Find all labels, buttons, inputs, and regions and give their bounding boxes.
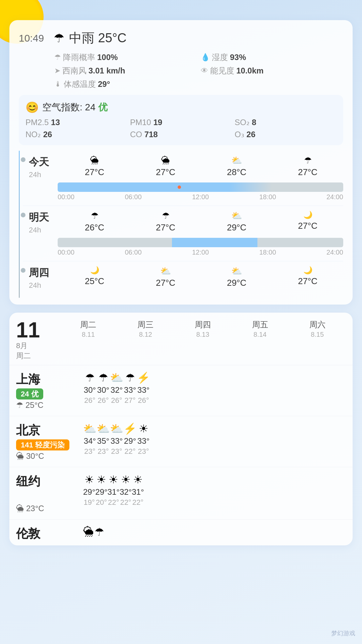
beijing-name: 北京 <box>16 422 80 439</box>
shanghai-current-temp: 25°C <box>25 400 44 410</box>
calendar-header: 11 8月 周二 周二 8.11 周三 8.12 周四 8.13 周五 8.14 <box>9 313 353 365</box>
city-row-london: 伦敦 🌦 ☂ <box>9 520 353 545</box>
cal-col-4: 周六 8.15 <box>289 319 346 361</box>
feel-temp-value: 29° <box>98 79 110 89</box>
newyork-fc-4: ☀ 31° 22° <box>132 473 144 507</box>
beijing-section: 北京 141 轻度污染 🌦 30°C ⛅ 34° 23° ⛅ 35° <box>16 422 346 461</box>
shanghai-fc-0: ☂ 30° 26° <box>83 371 97 405</box>
temp-item: ☂26°C <box>85 211 104 233</box>
shanghai-section: 上海 24 优 ☂ 25°C ☂ 30° 26° ☂ 30° 26 <box>16 371 346 410</box>
shanghai-fc-1: ☂ 30° 26° <box>97 371 110 405</box>
shanghai-current-icon: ☂ <box>16 400 23 410</box>
so2-stat: SO₂ 8 <box>235 118 337 127</box>
air-quality-label: 优 <box>98 102 108 112</box>
weather-details: ☂ 降雨概率 100% 💧 湿度 93% ➤ 西南风 3.01 km/h 👁 能… <box>19 52 343 90</box>
rain-prob-value: 100% <box>97 53 118 62</box>
london-forecast: 🌦 ☂ <box>83 526 137 538</box>
visibility-icon: 👁 <box>201 66 208 75</box>
thursday-dot <box>21 268 25 273</box>
thursday-label: 周四 <box>29 266 56 280</box>
beijing-current: 🌦 30°C <box>16 451 80 461</box>
temp-item: ☂27°C <box>156 211 175 233</box>
newyork-current: 🌦 23°C <box>16 504 80 513</box>
temp-item: 🌦27°C <box>85 155 104 177</box>
newyork-fc-2: ☀ 31° 22° <box>108 473 120 507</box>
weather-desc-text: 中雨 <box>69 31 95 45</box>
air-quality-title: 空气指数: 24 优 <box>42 101 108 114</box>
today-sublabel: 24h <box>29 170 56 179</box>
calendar-columns: 周二 8.11 周三 8.12 周四 8.13 周五 8.14 周六 8.15 <box>60 319 346 361</box>
newyork-name: 纽约 <box>16 473 80 490</box>
thursday-sublabel: 24h <box>29 281 56 290</box>
london-fc-0: 🌦 <box>83 526 94 538</box>
temp-item: 🌙27°C <box>298 211 317 233</box>
rain-prob-item: ☂ 降雨概率 100% <box>54 52 197 63</box>
today-row: 今天 24h 🌦27°C 🌦27°C ⛅28°C ☂27°C 00:0006:0… <box>23 151 343 206</box>
cal-col-3: 周五 8.14 <box>231 319 289 361</box>
tomorrow-row: 明天 24h ☂26°C ☂27°C ⛅29°C 🌙27°C 00:0006:0… <box>23 206 343 261</box>
today-hour-labels: 00:0006:0012:0018:0024:00 <box>58 193 343 201</box>
city-row-shanghai: 上海 24 优 ☂ 25°C ☂ 30° 26° ☂ 30° 26 <box>9 365 353 416</box>
today-label: 今天 <box>29 155 56 169</box>
co-stat: CO 718 <box>130 130 232 139</box>
london-fc-4 <box>126 526 137 538</box>
rain-prob-label: 降雨概率 <box>63 52 95 63</box>
temp-item: ☂27°C <box>298 155 317 177</box>
wind-icon: ➤ <box>54 66 60 75</box>
newyork-current-icon: 🌦 <box>16 504 24 513</box>
air-index: 24 <box>85 102 96 112</box>
london-section: 伦敦 🌦 ☂ <box>16 526 346 542</box>
temp-item: 🌙27°C <box>298 266 317 288</box>
temp-item: ⛅27°C <box>156 266 175 288</box>
tomorrow-dot <box>21 213 25 217</box>
main-weather-card: 10:49 ☂ 中雨 25°C ☂ 降雨概率 100% 💧 湿度 93% ➤ 西… <box>9 20 353 305</box>
beijing-fc-2: ⛅ 33° 23° <box>110 422 123 456</box>
calendar-weekday: 周二 <box>16 352 31 360</box>
beijing-current-temp: 30°C <box>26 451 44 461</box>
city-row-newyork: 纽约 🌦 23°C ☀ 29° 19° ☀ 29° 20° <box>9 467 353 520</box>
tomorrow-label: 明天 <box>29 211 56 224</box>
beijing-fc-4: ☀ 33° 23° <box>137 422 150 456</box>
calendar-date-block: 11 8月 周二 <box>16 319 60 361</box>
shanghai-forecast: ☂ 30° 26° ☂ 30° 26° ⛅ 32° 26° ☂ 33° <box>83 371 150 405</box>
beijing-forecast: ⛅ 34° 23° ⛅ 35° 23° ⛅ 33° 23° ⚡ 29° <box>83 422 150 456</box>
cities-card: 11 8月 周二 周二 8.11 周三 8.12 周四 8.13 周五 8.14 <box>9 313 353 545</box>
today-dot <box>21 157 25 162</box>
bottom-logo: 梦幻游戏 <box>331 629 355 637</box>
air-quality-header: 😊 空气指数: 24 优 <box>25 101 337 114</box>
calendar-month: 8月 周二 <box>16 341 31 361</box>
newyork-section: 纽约 🌦 23°C ☀ 29° 19° ☀ 29° 20° <box>16 473 346 513</box>
today-temps: 🌦27°C 🌦27°C ⛅28°C ☂27°C <box>59 155 343 177</box>
humidity-item: 💧 湿度 93% <box>201 52 343 63</box>
london-fc-1: ☂ <box>94 526 105 538</box>
wind-item: ➤ 西南风 3.01 km/h <box>54 65 197 76</box>
feel-temp-label: 体感温度 <box>64 79 96 90</box>
thursday-row: 周四 24h 🌙25°C ⛅27°C ⛅29°C 🌙27°C <box>23 261 343 298</box>
humidity-icon: 💧 <box>201 53 210 62</box>
humidity-value: 93% <box>230 53 246 62</box>
beijing-left: 北京 141 轻度污染 🌦 30°C <box>16 422 83 461</box>
air-title-text: 空气指数: <box>42 102 82 112</box>
air-stats-grid: PM2.5 13 PM10 19 SO₂ 8 NO₂ 26 CO 718 O₃ … <box>25 118 337 139</box>
calendar-month-text: 8月 <box>16 341 27 350</box>
shanghai-left: 上海 24 优 ☂ 25°C <box>16 371 83 410</box>
temp-item: 🌦27°C <box>156 155 175 177</box>
temp-item: ⛅29°C <box>227 211 246 233</box>
beijing-current-icon: 🌦 <box>16 451 24 461</box>
feel-temp-item: 🌡 体感温度 29° <box>54 79 197 90</box>
london-name: 伦敦 <box>16 526 80 542</box>
newyork-forecast: ☀ 29° 19° ☀ 29° 20° ☀ 31° 22° ☀ 32° <box>83 473 144 507</box>
newyork-fc-1: ☀ 29° 20° <box>95 473 107 507</box>
shanghai-name: 上海 <box>16 371 80 388</box>
pm25-stat: PM2.5 13 <box>25 118 127 127</box>
newyork-fc-3: ☀ 32° 22° <box>120 473 132 507</box>
tomorrow-sublabel: 24h <box>29 226 56 234</box>
air-quality-section: 😊 空气指数: 24 优 PM2.5 13 PM10 19 SO₂ 8 NO₂ … <box>19 95 343 145</box>
shanghai-current: ☂ 25°C <box>16 400 80 410</box>
o3-stat: O₃ 26 <box>235 130 337 139</box>
tomorrow-header: 明天 24h ☂26°C ☂27°C ⛅29°C 🌙27°C <box>31 211 343 234</box>
current-time: 10:49 <box>19 33 49 44</box>
tomorrow-bar: 00:0006:0012:0018:0024:00 <box>58 238 343 256</box>
no2-stat: NO₂ 26 <box>25 130 127 139</box>
pm10-stat: PM10 19 <box>130 118 232 127</box>
